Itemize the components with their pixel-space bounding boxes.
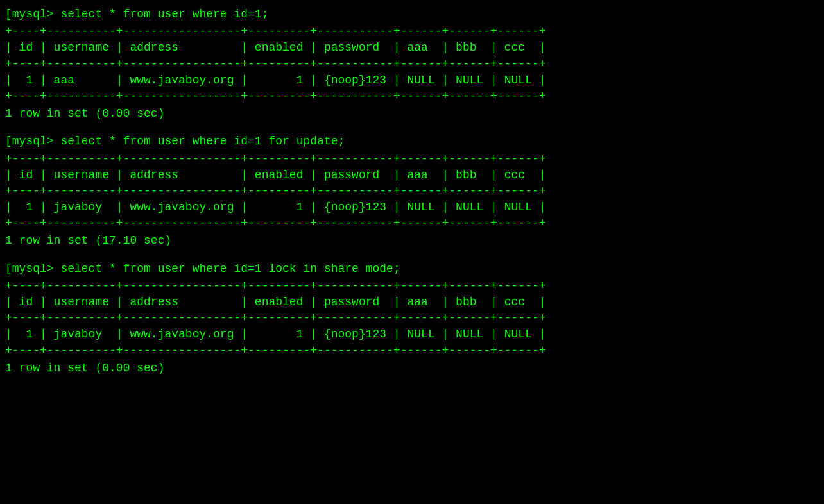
- separator-mid-3: +----+----------+-----------------+-----…: [5, 310, 819, 326]
- separator-mid-1: +----+----------+-----------------+-----…: [5, 56, 819, 72]
- separator-top-3: +----+----------+-----------------+-----…: [5, 278, 819, 294]
- separator-bot-2: +----+----------+-----------------+-----…: [5, 215, 819, 231]
- separator-bot-1: +----+----------+-----------------+-----…: [5, 88, 819, 105]
- query-block-1: [mysql> select * from user where id=1; +…: [5, 6, 819, 122]
- query-block-2: [mysql> select * from user where id=1 fo…: [5, 133, 819, 249]
- separator-top-2: +----+----------+-----------------+-----…: [5, 151, 819, 167]
- result-3: 1 row in set (0.00 sec): [5, 360, 819, 376]
- header-3: | id | username | address | enabled | pa…: [5, 294, 819, 310]
- data-row-1: | 1 | aaa | www.javaboy.org | 1 | {noop}…: [5, 72, 819, 88]
- header-1: | id | username | address | enabled | pa…: [5, 40, 819, 56]
- separator-bot-3: +----+----------+-----------------+-----…: [5, 343, 819, 359]
- command-2: [mysql> select * from user where id=1 fo…: [5, 133, 819, 149]
- header-2: | id | username | address | enabled | pa…: [5, 167, 819, 183]
- separator-top-1: +----+----------+-----------------+-----…: [5, 24, 819, 40]
- result-2: 1 row in set (17.10 sec): [5, 233, 819, 249]
- command-1: [mysql> select * from user where id=1;: [5, 6, 819, 22]
- result-1: 1 row in set (0.00 sec): [5, 106, 819, 122]
- data-row-2: | 1 | javaboy | www.javaboy.org | 1 | {n…: [5, 199, 819, 215]
- command-3: [mysql> select * from user where id=1 lo…: [5, 261, 819, 277]
- terminal-output: [mysql> select * from user where id=1; +…: [5, 6, 819, 376]
- data-row-3: | 1 | javaboy | www.javaboy.org | 1 | {n…: [5, 326, 819, 342]
- separator-mid-2: +----+----------+-----------------+-----…: [5, 183, 819, 199]
- query-block-3: [mysql> select * from user where id=1 lo…: [5, 261, 819, 376]
